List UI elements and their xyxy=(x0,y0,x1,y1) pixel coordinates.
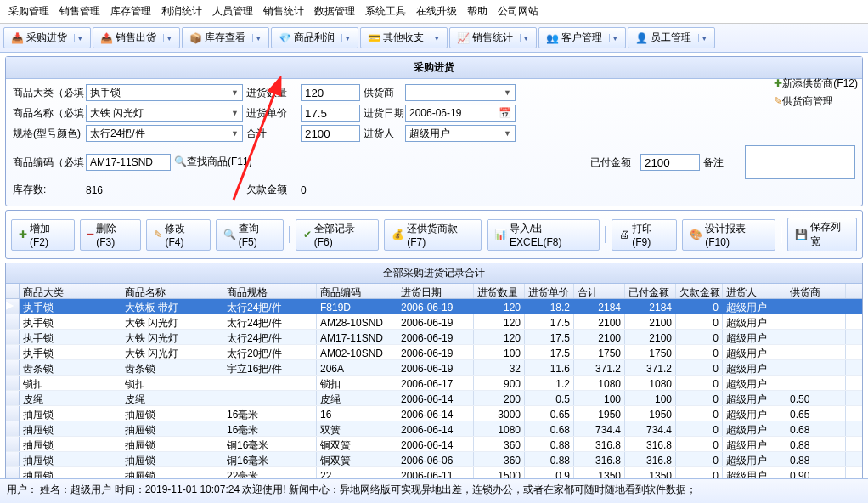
toolbar-button[interactable]: 📤销售出货▾ xyxy=(93,27,180,48)
table-row[interactable]: ▶执手锁大铁板 带灯太行24把/件F819D2006-06-1912018.22… xyxy=(6,299,862,314)
remark-input[interactable] xyxy=(745,145,855,179)
all-records-button[interactable]: ✔全部记录(F6) xyxy=(296,219,379,251)
column-header[interactable]: 进货单价 xyxy=(525,284,574,298)
menu-item[interactable]: 系统工具 xyxy=(362,3,409,20)
chevron-down-icon: ▼ xyxy=(504,88,511,97)
table-body[interactable]: ▶执手锁大铁板 带灯太行24把/件F819D2006-06-1912018.22… xyxy=(6,299,862,478)
menu-item[interactable]: 利润统计 xyxy=(158,3,206,20)
table-row[interactable]: 抽屉锁抽屉锁铜16毫米铜双簧2006-06-143600.88316.8316.… xyxy=(6,437,862,452)
menu-item[interactable]: 销售统计 xyxy=(260,3,307,20)
table-cell: 0 xyxy=(676,330,723,344)
save-cols-button[interactable]: 💾保存列宽 xyxy=(787,218,857,252)
table-row[interactable]: 齿条锁齿条锁宇立16把/件206A2006-06-193211.6371.237… xyxy=(6,360,862,376)
add-button[interactable]: ✚增加(F2) xyxy=(11,219,75,251)
table-row[interactable]: 执手锁大铁 闪光灯太行24把/件AM28-10SND2006-06-191201… xyxy=(6,314,862,330)
person-combo[interactable]: 超级用户▼ xyxy=(405,125,516,142)
find-product-button[interactable]: 🔍查找商品(F11) xyxy=(174,155,252,170)
toolbar-button[interactable]: 👥客户管理▾ xyxy=(538,27,626,48)
menu-item[interactable]: 帮助 xyxy=(464,3,491,20)
column-header[interactable]: 商品名称 xyxy=(121,284,223,298)
table-cell: 大铁 闪光灯 xyxy=(121,314,223,329)
price-input[interactable] xyxy=(301,105,360,122)
excel-button[interactable]: 📊导入/出EXCEL(F8) xyxy=(487,219,600,251)
report-button[interactable]: 🎨设计报表(F10) xyxy=(682,219,775,251)
table-cell: 371.2 xyxy=(625,360,676,375)
table-cell: 16 xyxy=(317,406,397,421)
spec-combo[interactable]: 太行24把/件▼ xyxy=(86,125,243,142)
table-cell: 734.4 xyxy=(574,421,625,436)
name-combo[interactable]: 大铁 闪光灯▼ xyxy=(86,105,243,122)
menu-item[interactable]: 在线升级 xyxy=(413,3,460,20)
table-cell: 1750 xyxy=(574,345,625,359)
table-cell: F819D xyxy=(317,299,397,314)
menu-item[interactable]: 数据管理 xyxy=(311,3,358,20)
menu-item[interactable]: 库存管理 xyxy=(107,3,155,20)
table-cell: 2100 xyxy=(625,314,676,329)
menu-item[interactable]: 人员管理 xyxy=(209,3,256,20)
table-row[interactable]: 抽屉锁抽屉锁铜16毫米铜双簧2006-06-063600.88316.8316.… xyxy=(6,452,862,467)
name-label: 商品名称（必填） xyxy=(13,106,82,121)
total-label: 合计 xyxy=(246,127,297,141)
toolbar-button[interactable]: 📈销售统计▾ xyxy=(449,27,537,48)
supplier-combo[interactable]: ▼ xyxy=(405,84,516,101)
table-cell xyxy=(786,360,846,375)
table-cell: 371.2 xyxy=(574,360,625,375)
table-row[interactable]: 抽屉锁抽屉锁22毫米222006-06-1115000.9135013500超级… xyxy=(6,467,862,478)
menu-item[interactable]: 公司网站 xyxy=(494,3,542,20)
repay-button[interactable]: 💰还供货商款(F7) xyxy=(384,219,482,251)
table-cell: 22毫米 xyxy=(223,467,317,478)
table-row[interactable]: 皮绳皮绳皮绳2006-06-142000.51001000超级用户0.50 xyxy=(6,391,862,406)
code-input[interactable]: AM17-11SND xyxy=(86,154,171,171)
table-cell: 2006-06-19 xyxy=(397,360,474,375)
table-cell: 2006-06-19 xyxy=(397,314,474,329)
add-supplier-button[interactable]: ✚新添供货商(F12) xyxy=(774,76,858,91)
table-cell: 1950 xyxy=(625,406,676,421)
paid-label: 已付金额 xyxy=(590,155,637,170)
table-row[interactable]: 执手锁大铁 闪光灯太行20把/件AM02-10SND2006-06-191001… xyxy=(6,345,862,360)
column-header[interactable]: 供货商 xyxy=(786,284,846,298)
toolbar-button[interactable]: 📥采购进货▾ xyxy=(3,27,91,48)
table-cell: 11.6 xyxy=(525,360,574,375)
supplier-mgmt-button[interactable]: ✎供货商管理 xyxy=(774,94,858,109)
column-header[interactable]: 进货人 xyxy=(723,284,786,298)
table-cell: 抽屉锁 xyxy=(121,467,223,478)
toolbar-button[interactable]: 📦库存查看▾ xyxy=(182,27,269,48)
total-input[interactable] xyxy=(301,125,360,142)
column-header[interactable]: 进货日期 xyxy=(397,284,474,298)
table-cell: 0.88 xyxy=(525,437,574,451)
print-button[interactable]: 🖨打印(F9) xyxy=(612,219,677,251)
column-header[interactable]: 合计 xyxy=(574,284,625,298)
toolbar-button[interactable]: 💎商品利润▾ xyxy=(271,27,358,48)
edit-button[interactable]: ✎修改(F4) xyxy=(146,219,210,251)
pencil-icon: ✎ xyxy=(774,95,782,107)
menu-item[interactable]: 销售管理 xyxy=(56,3,104,20)
table-cell: 0 xyxy=(676,345,723,359)
table-cell: 1500 xyxy=(474,467,525,478)
paid-input[interactable] xyxy=(640,154,700,171)
table-row[interactable]: 锁扣锁扣锁扣2006-06-179001.2108010800超级用户 xyxy=(6,376,862,391)
table-row[interactable]: 抽屉锁抽屉锁16毫米162006-06-1430000.65195019500超… xyxy=(6,406,862,421)
table-row[interactable]: 抽屉锁抽屉锁16毫米双簧2006-06-1410800.68734.4734.4… xyxy=(6,421,862,437)
main-toolbar: 📥采购进货▾📤销售出货▾📦库存查看▾💎商品利润▾💳其他收支▾📈销售统计▾👥客户管… xyxy=(0,24,868,53)
tool-icon: 👤 xyxy=(635,32,647,44)
toolbar-button[interactable]: 💳其他收支▾ xyxy=(360,27,448,48)
records-table: 全部采购进货记录合计 商品大类商品名称商品规格商品编码进货日期进货数量进货单价合… xyxy=(5,263,863,494)
menu-item[interactable]: 采购管理 xyxy=(5,3,53,20)
table-cell: 17.5 xyxy=(525,314,574,329)
date-input[interactable]: 2006-06-19📅 xyxy=(405,105,516,122)
qty-input[interactable] xyxy=(301,84,360,101)
delete-button[interactable]: ━删除(F3) xyxy=(80,219,141,251)
search-button[interactable]: 🔍查询(F5) xyxy=(216,219,284,251)
toolbar-button[interactable]: 👤员工管理▾ xyxy=(628,27,715,48)
category-combo[interactable]: 执手锁▼ xyxy=(86,84,243,101)
column-header[interactable]: 欠款金额 xyxy=(676,284,723,298)
column-header[interactable]: 商品大类 xyxy=(20,284,121,298)
table-cell: 2006-06-14 xyxy=(397,391,474,405)
column-header[interactable]: 已付金额 xyxy=(625,284,676,298)
table-row[interactable]: 执手锁大铁 闪光灯太行24把/件AM17-11SND2006-06-191201… xyxy=(6,330,862,345)
column-header[interactable]: 进货数量 xyxy=(474,284,525,298)
tool-icon: 📈 xyxy=(457,32,469,44)
column-header[interactable]: 商品规格 xyxy=(223,284,317,298)
search-icon: 🔍 xyxy=(174,155,187,167)
column-header[interactable]: 商品编码 xyxy=(317,284,397,298)
